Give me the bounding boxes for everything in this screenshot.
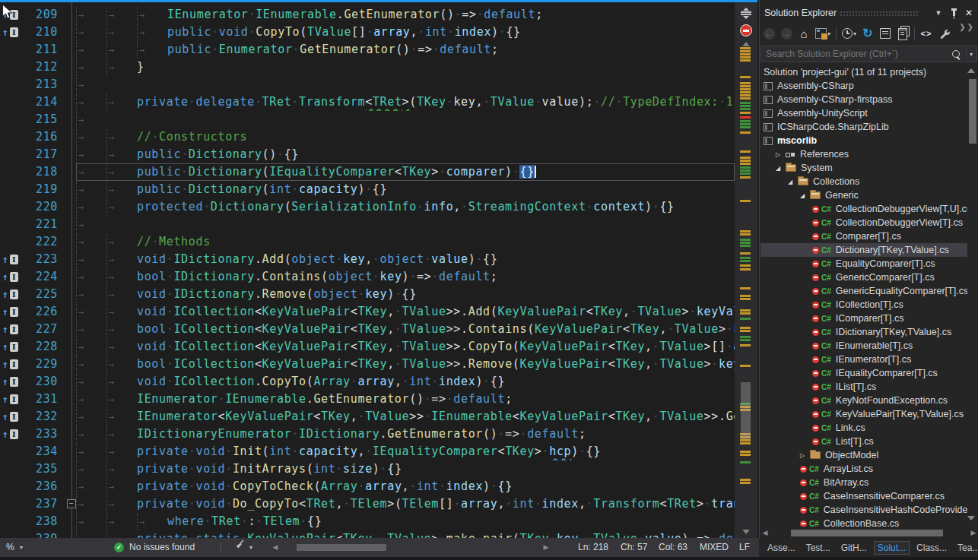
tree-item-mscorlib[interactable]: mscorlib	[760, 134, 967, 147]
implements-arrow-icon[interactable]: ↑	[2, 412, 8, 422]
tree-item-icomparer-t-cs[interactable]: C#IComparer[T].cs	[760, 312, 967, 325]
interface-glyph-icon[interactable]: I	[10, 289, 18, 299]
tree-item-collectionbase-cs[interactable]: C#CollectionBase.cs	[760, 517, 967, 527]
interface-glyph-icon[interactable]: I	[10, 27, 18, 37]
interface-glyph-icon[interactable]: I	[10, 255, 18, 264]
view-code-button[interactable]: <>	[920, 27, 932, 40]
refresh-button[interactable]: ↻	[862, 27, 874, 40]
search-options-dropdown[interactable]: ▾	[970, 51, 973, 58]
code-line[interactable]: ↑I232→→IEnumerator<KeyValuePair<TKey,·TV…	[0, 408, 735, 426]
scroll-right-arrow[interactable]: ▶	[969, 528, 978, 537]
pending-changes-filter-button[interactable]: ▾	[842, 27, 856, 40]
pin-panel-button[interactable]	[948, 7, 960, 19]
tree-item-link-cs[interactable]: C#Link.cs	[760, 421, 967, 435]
implements-arrow-icon[interactable]: ↑	[2, 307, 8, 317]
tree-horizontal-scrollbar[interactable]: ◀ ▶	[760, 528, 978, 537]
code-line[interactable]: 238→→→where·TRet·:·TElem·{}	[0, 513, 735, 530]
tree-item-references[interactable]: ▷References	[760, 147, 967, 161]
code-line[interactable]: 220→→protected·Dictionary(SerializationI…	[0, 198, 735, 216]
back-button[interactable]: ←	[763, 27, 775, 40]
window-position-menu-button[interactable]: ▼	[932, 7, 945, 19]
toolbar-overflow-button[interactable]: ❯❯	[959, 23, 975, 31]
code-line[interactable]: ↑I229→→bool·ICollection<KeyValuePair<TKe…	[0, 356, 735, 373]
panel-tab-class[interactable]: Class...	[913, 541, 951, 555]
code-line[interactable]: −237→→private·void·Do_CopyTo<TRet,·TElem…	[0, 495, 735, 513]
code-line[interactable]: ↑I231→→IEnumerator·IEnumerable.GetEnumer…	[0, 391, 735, 408]
switch-views-button[interactable]: ▾	[815, 27, 830, 40]
code-line[interactable]: 211→→→public·Enumerator·GetEnumerator()·…	[0, 41, 735, 59]
tree-item-icollection-t-cs[interactable]: C#ICollection[T].cs	[760, 298, 967, 312]
tree-item-icsharpcode-sharpziplib[interactable]: ICSharpCode.SharpZipLib	[760, 120, 967, 134]
tree-item-equalitycomparer-t-cs[interactable]: C#EqualityComparer[T].cs	[760, 257, 967, 271]
code-line[interactable]: ↑I226→→void·ICollection<KeyValuePair<TKe…	[0, 303, 735, 321]
code-editor[interactable]: ↑I209→→→IEnumerator·IEnumerable.GetEnume…	[0, 2, 735, 538]
code-line[interactable]: 239→→private·static·KeyValuePair<TKey,·T…	[0, 530, 735, 538]
editor-scrollbar[interactable]	[735, 2, 757, 538]
interface-glyph-icon[interactable]: I	[10, 429, 18, 439]
code-line[interactable]: 212→→}	[0, 59, 735, 76]
tree-item-dictionary-tkey-tvalue-cs[interactable]: C#Dictionary[TKey,TValue].cs	[760, 243, 967, 257]
scroll-left-arrow[interactable]: ◀	[271, 543, 280, 552]
code-line[interactable]: ↑I223→→void·IDictionary.Add(object·key,·…	[0, 251, 735, 268]
split-editor-handle-icon[interactable]	[737, 5, 755, 21]
tree-item-assembly-csharp-firstpass[interactable]: Assembly-CSharp-firstpass	[760, 93, 967, 106]
collapse-all-button[interactable]	[879, 27, 891, 40]
code-line[interactable]: 215→	[0, 111, 735, 128]
implements-arrow-icon[interactable]: ↑	[2, 342, 8, 352]
panel-tab-test[interactable]: Test...	[802, 541, 834, 555]
interface-glyph-icon[interactable]: I	[10, 377, 18, 387]
zoom-level[interactable]: %	[6, 538, 14, 557]
implements-arrow-icon[interactable]: ↑	[2, 359, 8, 369]
tree-item-generic[interactable]: ◢Generic	[760, 188, 967, 202]
home-button[interactable]: ⌂	[798, 27, 810, 40]
tree-item-caseinsensitivehashcodeprovider-cs[interactable]: C#CaseInsensitiveHashCodeProvider.cs	[760, 503, 967, 517]
tree-item-ilist-t-cs[interactable]: C#IList[T].cs	[760, 380, 967, 394]
tree-item-keyvaluepair-tkey-tvalue-cs[interactable]: C#KeyValuePair[TKey,TValue].cs	[760, 407, 967, 421]
implements-arrow-icon[interactable]: ↑	[2, 394, 8, 404]
scroll-left-arrow[interactable]: ◀	[760, 528, 770, 537]
implements-arrow-icon[interactable]: ↑	[2, 324, 8, 334]
tree-item-keynotfoundexception-cs[interactable]: C#KeyNotFoundException.cs	[760, 394, 967, 407]
interface-glyph-icon[interactable]: I	[10, 324, 18, 334]
tree-item-ienumerable-t-cs[interactable]: C#IEnumerable[T].cs	[760, 339, 967, 353]
close-panel-button[interactable]: ✕	[963, 7, 975, 19]
properties-button[interactable]	[938, 27, 950, 40]
editor-horizontal-scrollbar[interactable]: ◀ ▶	[271, 543, 551, 552]
code-line[interactable]: 234→→private·void·Init(int·capacity,·IEq…	[0, 443, 735, 460]
code-line[interactable]: 217→→public·Dictionary()·{}	[0, 146, 735, 163]
code-line[interactable]: ↑I210→→→public·void·CopyTo(TValue[]·arra…	[0, 24, 735, 41]
tree-item-system[interactable]: ◢System	[760, 161, 967, 175]
interface-glyph-icon[interactable]: I	[10, 272, 18, 282]
implements-arrow-icon[interactable]: ↑	[2, 272, 8, 282]
hscroll-track[interactable]	[280, 544, 541, 551]
interface-glyph-icon[interactable]: I	[10, 412, 18, 422]
scrollbar-up-arrow[interactable]	[742, 42, 750, 46]
tree-scrollbar-thumb[interactable]	[969, 79, 976, 144]
collapsed-arrow-icon[interactable]: ▷	[776, 151, 786, 158]
tree-item-caseinsensitivecomparer-cs[interactable]: C#CaseInsensitiveComparer.cs	[760, 489, 967, 503]
scroll-right-arrow[interactable]: ▶	[541, 543, 551, 552]
expanded-arrow-icon[interactable]: ◢	[788, 179, 798, 185]
code-line[interactable]: ↑I233→→IDictionaryEnumerator·IDictionary…	[0, 426, 735, 443]
tree-scrollbar-up-arrow[interactable]	[967, 68, 975, 73]
collapsed-arrow-icon[interactable]: ▷	[800, 452, 810, 459]
expanded-arrow-icon[interactable]: ◢	[776, 165, 786, 172]
forward-button[interactable]: →	[780, 27, 792, 40]
code-line[interactable]: ↑I224→→bool·IDictionary.Contains(object·…	[0, 268, 735, 286]
search-input[interactable]	[761, 49, 952, 59]
panel-tab-asse[interactable]: Asse...	[764, 541, 799, 555]
implements-arrow-icon[interactable]: ↑	[2, 429, 8, 439]
tree-item-list-t-cs[interactable]: C#List[T].cs	[760, 435, 967, 448]
code-line[interactable]: 214→→private·delegate·TRet·Transform<TRe…	[0, 93, 735, 111]
collapse-region-button[interactable]: −	[67, 499, 76, 508]
implements-arrow-icon[interactable]: ↑	[2, 289, 8, 299]
search-icon[interactable]	[952, 50, 960, 58]
scrollbar-down-arrow[interactable]	[742, 530, 750, 534]
code-line[interactable]: 219→→public·Dictionary(int·capacity)·{}	[0, 181, 735, 198]
interface-glyph-icon[interactable]: I	[10, 342, 18, 352]
code-line[interactable]: ↑I225→→void·IDictionary.Remove(object·ke…	[0, 286, 735, 303]
tree-item-idictionary-tkey-tvalue-cs[interactable]: C#IDictionary[TKey,TValue].cs	[760, 325, 967, 339]
panel-drag-grip[interactable]	[840, 11, 919, 17]
tree-item-genericequalitycomparer-t-cs[interactable]: C#GenericEqualityComparer[T].cs	[760, 284, 967, 298]
panel-tab-solut[interactable]: Solut...	[874, 541, 910, 555]
